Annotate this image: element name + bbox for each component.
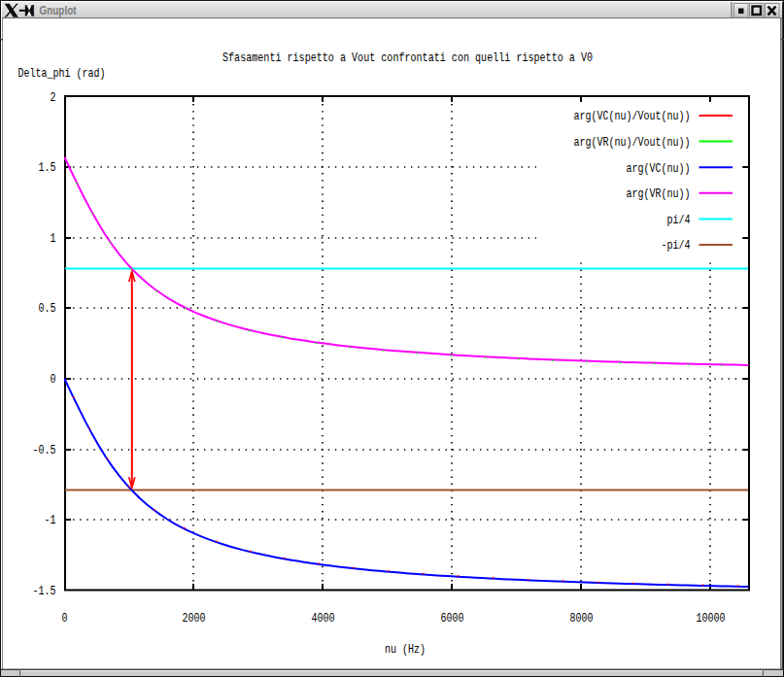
svg-text:2000: 2000 — [183, 611, 206, 626]
svg-text:-1.5: -1.5 — [33, 584, 56, 598]
svg-text:2: 2 — [51, 90, 56, 105]
svg-text:-pi/4: -pi/4 — [662, 238, 691, 253]
svg-text:1: 1 — [51, 231, 56, 246]
svg-text:4000: 4000 — [312, 611, 335, 626]
svg-text:nu (Hz): nu (Hz) — [385, 642, 426, 657]
svg-text:Sfasamenti rispetto a Vout con: Sfasamenti rispetto a Vout confrontati c… — [222, 51, 593, 65]
svg-text:-1: -1 — [45, 513, 56, 527]
svg-text:0: 0 — [51, 372, 56, 387]
svg-text:0: 0 — [62, 611, 68, 626]
svg-text:arg(VR(nu)): arg(VR(nu)) — [627, 186, 691, 201]
svg-text:1.5: 1.5 — [39, 160, 56, 175]
svg-text:arg(VR(nu)/Vout(nu)): arg(VR(nu)/Vout(nu)) — [574, 135, 691, 150]
svg-text:6000: 6000 — [441, 611, 464, 626]
svg-text:0.5: 0.5 — [39, 301, 56, 316]
svg-text:arg(VC(nu)/Vout(nu)): arg(VC(nu)/Vout(nu)) — [574, 109, 691, 123]
svg-text:8000: 8000 — [570, 611, 594, 626]
svg-text:arg(VC(nu)): arg(VC(nu)) — [627, 161, 691, 176]
svg-text:Delta_phi (rad): Delta_phi (rad) — [18, 66, 106, 81]
svg-text:Gnuplot: Gnuplot — [40, 3, 77, 17]
svg-text:10000: 10000 — [697, 611, 726, 626]
svg-text:pi/4: pi/4 — [667, 213, 691, 227]
svg-text:-0.5: -0.5 — [33, 443, 56, 457]
